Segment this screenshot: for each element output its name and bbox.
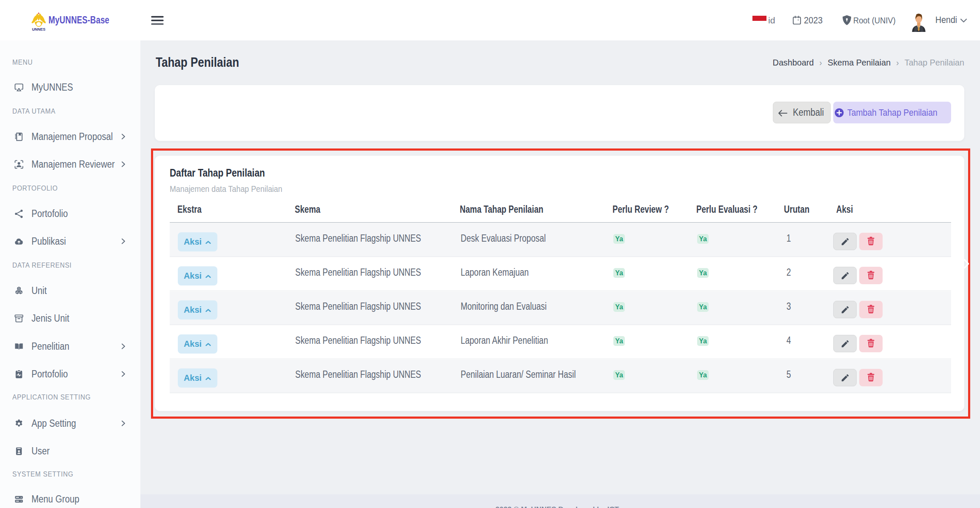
svg-text:UNNES: UNNES	[32, 27, 46, 31]
